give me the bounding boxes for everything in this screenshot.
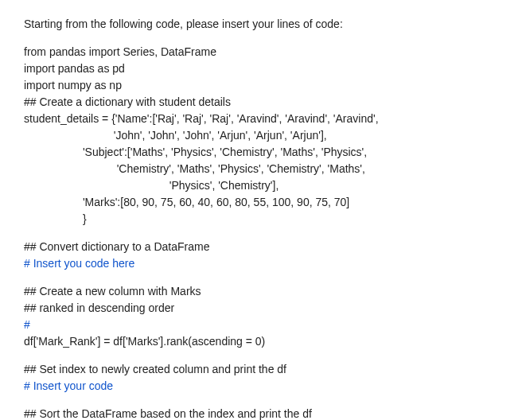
code-line: import pandas as pd <box>24 60 498 77</box>
section-convert-dict: ## Convert dictionary to a DataFrame # I… <box>24 239 498 272</box>
code-comment: ## Sort the DataFrame based on the index… <box>24 406 498 420</box>
code-line: 'Subject':['Maths', 'Physics', 'Chemistr… <box>24 144 498 161</box>
insert-code-placeholder: # Insert you code here <box>24 255 498 272</box>
code-line: df['Mark_Rank'] = df['Marks'].rank(ascen… <box>24 333 498 350</box>
code-block-imports-dict: from pandas import Series, DataFrame imp… <box>24 44 498 228</box>
code-comment: ## Convert dictionary to a DataFrame <box>24 239 498 255</box>
section-set-index: ## Set index to newly created column and… <box>24 361 498 395</box>
code-line: from pandas import Series, DataFrame <box>24 44 498 60</box>
code-line: 'Marks':[80, 90, 75, 60, 40, 60, 80, 55,… <box>24 194 498 211</box>
code-line: student_details = {'Name':['Raj', 'Raj',… <box>24 111 498 127</box>
section-sort-df: ## Sort the DataFrame based on the index… <box>24 406 498 420</box>
code-comment: ## Set index to newly created column and… <box>24 361 498 378</box>
code-line: 'Physics', 'Chemistry'], <box>24 177 498 194</box>
section-new-column: ## Create a new column with Marks ## ran… <box>24 283 498 350</box>
code-comment: ## Create a dictionary with student deta… <box>24 94 498 111</box>
code-comment: ## Create a new column with Marks <box>24 283 498 300</box>
code-line: import numpy as np <box>24 77 498 94</box>
code-comment: ## ranked in descending order <box>24 300 498 317</box>
instruction-text: Starting from the following code, please… <box>24 16 498 33</box>
code-comment: # <box>24 317 498 333</box>
code-line: 'John', 'John', 'John', 'Arjun', 'Arjun'… <box>24 127 498 144</box>
code-line: 'Chemistry', 'Maths', 'Physics', 'Chemis… <box>24 161 498 177</box>
insert-code-placeholder: # Insert your code <box>24 378 498 395</box>
code-line: } <box>24 211 498 228</box>
